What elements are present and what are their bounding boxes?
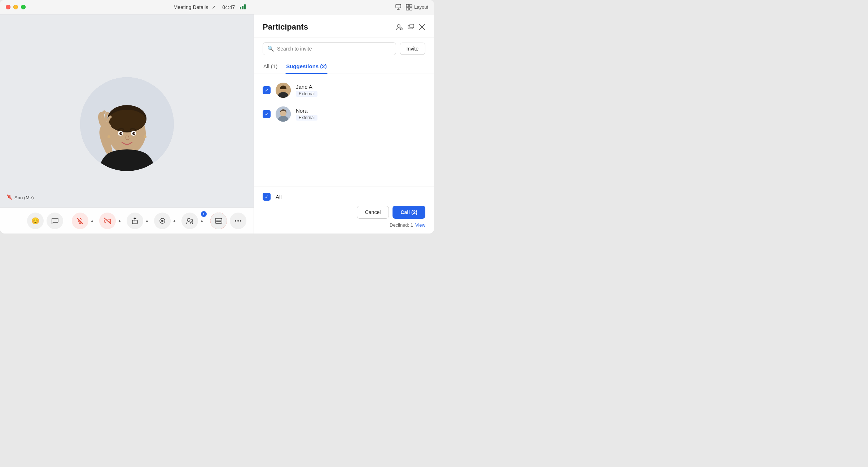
svg-point-18 — [120, 132, 122, 134]
nora-name: Nora — [296, 108, 425, 114]
share-button[interactable] — [127, 213, 143, 229]
svg-point-30 — [161, 220, 163, 222]
screen-record-icon — [395, 3, 402, 11]
nora-checkbox[interactable]: ✓ — [263, 110, 271, 118]
meeting-title: Meeting Details — [174, 4, 209, 10]
tabs: All (1) Suggestions (2) — [254, 60, 434, 74]
svg-point-38 — [240, 220, 241, 222]
svg-rect-43 — [410, 24, 414, 28]
control-bar: 😊 — [0, 208, 254, 234]
svg-point-39 — [397, 25, 400, 27]
jane-checkbox[interactable]: ✓ — [263, 86, 271, 94]
all-checkbox[interactable]: ✓ — [263, 193, 271, 201]
record-group: ▲ — [154, 213, 179, 229]
pop-out-button[interactable] — [407, 23, 415, 31]
list-item: ✓ Jane A External — [263, 78, 425, 102]
svg-rect-0 — [240, 7, 241, 9]
jane-info: Jane A External — [296, 84, 425, 97]
svg-rect-1 — [242, 6, 244, 9]
footer-all-row: ✓ All — [263, 193, 425, 201]
invite-button[interactable]: Invite — [400, 43, 425, 55]
participants-group: 1 ▲ — [181, 213, 206, 229]
declined-row: Declined: 1 View — [263, 222, 425, 228]
search-icon: 🔍 — [267, 45, 274, 52]
app-window: Meeting Details ↗ 04:47 Layout — [0, 0, 434, 234]
tab-all[interactable]: All (1) — [263, 60, 278, 74]
chat-button[interactable] — [47, 213, 63, 229]
video-button[interactable] — [99, 213, 116, 229]
svg-point-13 — [108, 110, 146, 131]
captions-button[interactable] — [210, 213, 227, 229]
traffic-lights — [6, 5, 26, 9]
layout-button[interactable]: Layout — [406, 4, 428, 10]
check-icon: ✓ — [265, 112, 269, 117]
layout-label: Layout — [414, 4, 428, 10]
nora-tag: External — [296, 115, 317, 121]
panel-title: Participants — [263, 22, 308, 32]
mic-button[interactable] — [72, 213, 88, 229]
svg-point-41 — [401, 29, 402, 29]
close-button[interactable] — [6, 5, 10, 9]
view-link[interactable]: View — [415, 222, 425, 228]
suggestions-list: ✓ Jane A External — [254, 74, 434, 187]
check-icon: ✓ — [265, 88, 269, 93]
panel-footer: ✓ All Cancel Call (2) Declined: 1 View — [254, 187, 434, 234]
video-participant — [80, 77, 174, 171]
minimize-button[interactable] — [13, 5, 18, 9]
svg-rect-5 — [409, 4, 412, 7]
svg-rect-4 — [406, 4, 409, 7]
svg-rect-6 — [406, 8, 409, 10]
video-chevron[interactable]: ▲ — [116, 213, 124, 229]
list-item: ✓ Nora External — [263, 102, 425, 126]
nora-info: Nora External — [296, 108, 425, 121]
svg-point-31 — [187, 218, 190, 221]
main-content: Ann (Me) 😊 — [0, 14, 434, 234]
chat-group — [47, 213, 63, 229]
declined-text: Declined: 1 — [390, 222, 413, 228]
share-icon[interactable]: ↗ — [212, 4, 216, 10]
video-group: ▲ — [99, 213, 124, 229]
title-right: Layout — [395, 3, 428, 11]
record-button[interactable] — [154, 213, 171, 229]
signal-icon — [240, 4, 247, 10]
participants-panel: Participants 🔍 — [254, 14, 434, 234]
svg-point-21 — [108, 135, 110, 138]
participants-button[interactable] — [181, 213, 198, 229]
panel-actions — [396, 23, 425, 31]
right-controls — [210, 213, 246, 229]
meeting-time: 04:47 — [222, 4, 235, 10]
mic-chevron[interactable]: ▲ — [88, 213, 96, 229]
svg-rect-32 — [215, 218, 222, 223]
record-chevron[interactable]: ▲ — [171, 213, 179, 229]
participant-label: Ann (Me) — [6, 194, 34, 201]
search-input[interactable] — [277, 46, 391, 52]
nora-avatar — [276, 106, 291, 122]
svg-rect-2 — [244, 4, 246, 9]
more-button[interactable] — [230, 213, 246, 229]
svg-point-22 — [144, 135, 146, 138]
cancel-button[interactable]: Cancel — [357, 206, 389, 219]
title-center: Meeting Details ↗ 04:47 — [174, 4, 247, 10]
svg-point-19 — [133, 132, 135, 134]
share-group: ▲ — [127, 213, 151, 229]
search-area: 🔍 Invite — [254, 38, 434, 60]
share-chevron[interactable]: ▲ — [143, 213, 151, 229]
title-bar: Meeting Details ↗ 04:47 Layout — [0, 0, 434, 14]
jane-name: Jane A — [296, 84, 425, 90]
video-area: Ann (Me) 😊 — [0, 14, 254, 234]
svg-rect-3 — [396, 4, 401, 8]
search-input-wrap[interactable]: 🔍 — [263, 42, 396, 55]
emoji-button[interactable]: 😊 — [27, 213, 44, 229]
svg-point-36 — [235, 220, 236, 222]
svg-point-37 — [237, 220, 239, 222]
tab-suggestions[interactable]: Suggestions (2) — [285, 60, 328, 74]
maximize-button[interactable] — [21, 5, 26, 9]
svg-rect-7 — [409, 8, 412, 10]
check-icon: ✓ — [265, 194, 269, 200]
call-button[interactable]: Call (2) — [393, 206, 425, 219]
mic-group: ▲ — [72, 213, 96, 229]
jane-tag: External — [296, 91, 317, 97]
people-settings-button[interactable] — [396, 23, 403, 31]
close-panel-button[interactable] — [419, 24, 425, 30]
video-participant-name: Ann (Me) — [14, 195, 34, 200]
